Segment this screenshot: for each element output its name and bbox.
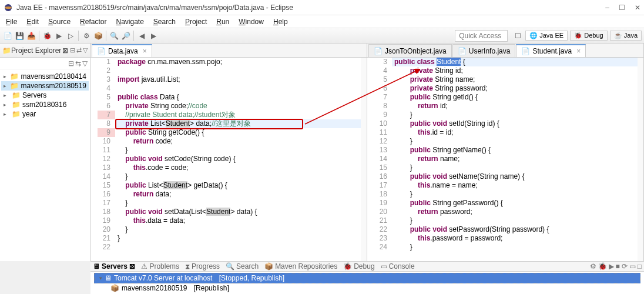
maven repositories-icon: 📦	[264, 262, 273, 270]
tab-student-java[interactable]: 📄Student.java×	[516, 44, 586, 57]
titlebar: Java EE - mavenssm20180519/src/main/java…	[0, 0, 644, 15]
project-ssm20180316[interactable]: ▸📁ssm20180316	[1, 100, 89, 109]
menu-help[interactable]: Help	[269, 16, 293, 27]
bottom-tab-search[interactable]: 🔍 Search	[226, 262, 259, 270]
nav-back-button[interactable]: ◀	[136, 31, 147, 41]
maximize-view-button[interactable]: □	[638, 262, 642, 270]
menu-project[interactable]: Project	[180, 16, 212, 27]
menu-edit[interactable]: Edit	[22, 16, 43, 27]
menu-refactor[interactable]: Refactor	[75, 16, 111, 27]
run-external-button[interactable]: ▷	[65, 31, 76, 41]
editor-right: 📄JsonToOnbject.java📄UserInfo.java📄Studen…	[367, 44, 644, 261]
open-perspective-button[interactable]: ☐	[512, 31, 523, 41]
menu-search[interactable]: Search	[149, 16, 180, 27]
servers-debug-button[interactable]: 🐞	[598, 262, 607, 270]
bottom-tab-console[interactable]: ▭ Console	[381, 262, 415, 270]
java-file-icon: 📄	[374, 47, 383, 55]
servers-start-button[interactable]: ▶	[609, 262, 614, 270]
perspective-debug[interactable]: 🐞 Debug	[570, 31, 607, 41]
server-icon: 🖥	[105, 274, 112, 282]
minimize-button[interactable]: –	[605, 4, 609, 12]
project-explorer: 📁 Project Explorer ⊠ ⊟ ⇄ ▽ ⊟ ⇆ ▽ ▸📁maven…	[0, 44, 90, 261]
main-toolbar: 📄 💾 📥 🐞 ▶ ▷ ⚙ 📦 🔍 🔎 ◀ ▶ ☐🌐 Java EE🐞 Debu…	[0, 28, 644, 44]
bottom-tab-problems[interactable]: ⚠ Problems	[141, 262, 179, 270]
tab-jsontoonbject-java[interactable]: 📄JsonToOnbject.java	[368, 44, 452, 57]
project-mavenssm20180414[interactable]: ▸📁mavenssm20180414	[1, 72, 89, 81]
collapse-all-button[interactable]: ⊟	[70, 46, 75, 54]
maximize-button[interactable]: ☐	[619, 4, 625, 12]
run-button[interactable]: ▶	[53, 31, 64, 41]
svg-point-1	[5, 6, 12, 9]
debug-icon: 🐞	[343, 262, 352, 270]
servers-publish-button[interactable]: ⟳	[622, 262, 628, 270]
problems-icon: ⚠	[141, 262, 147, 270]
minimize-view-button[interactable]: ▭	[629, 262, 636, 270]
overview-ruler[interactable]	[638, 58, 643, 261]
tab-close-button[interactable]: ×	[576, 47, 581, 55]
editor-left-code[interactable]: 1package cn.ma.maven.ssm.pojo;23import j…	[90, 58, 367, 261]
tab-data-java[interactable]: 📄Data.java×	[92, 44, 152, 57]
project-Servers[interactable]: ▸📁Servers	[1, 91, 89, 100]
menu-navigate[interactable]: Navigate	[111, 16, 148, 27]
server-module-row[interactable]: 📦 mavenssm20180519 [Republish]	[94, 283, 640, 293]
bottom-tab-maven-repositories[interactable]: 📦 Maven Repositories	[264, 262, 337, 270]
bottom-tab-debug[interactable]: 🐞 Debug	[343, 262, 374, 270]
eclipse-icon	[4, 3, 13, 12]
close-button[interactable]: ✕	[635, 4, 640, 12]
menu-window[interactable]: Window	[234, 16, 269, 27]
new-server-button[interactable]: ⚙	[81, 31, 92, 41]
filter-button[interactable]: ⊟	[68, 59, 74, 68]
link-editor-button[interactable]: ⇄	[76, 46, 82, 54]
window-title: Java EE - mavenssm20180519/src/main/java…	[16, 4, 605, 12]
server-row[interactable]: ▾ 🖥 Tomcat v7.0 Server at localhost [Sto…	[94, 273, 640, 283]
new-button[interactable]: 📄	[2, 31, 13, 41]
bottom-tab-progress[interactable]: ⧗ Progress	[185, 262, 220, 270]
focus-button[interactable]: ⇆	[75, 59, 81, 68]
servers-profile-button[interactable]: ⚙	[590, 262, 596, 270]
servers-stop-button[interactable]: ■	[616, 262, 620, 270]
nav-forward-button[interactable]: ▶	[148, 31, 159, 41]
menu-source[interactable]: Source	[43, 16, 75, 27]
view-menu-button[interactable]: ▽	[83, 46, 88, 54]
perspective-java-ee[interactable]: 🌐 Java EE	[525, 31, 568, 41]
save-all-button[interactable]: 📥	[26, 31, 36, 41]
project-explorer-header: 📁 Project Explorer ⊠ ⊟ ⇄ ▽	[0, 44, 90, 58]
java-file-icon: 📄	[521, 47, 530, 55]
editor-right-code[interactable]: 3public class Student {4 private String …	[367, 58, 643, 261]
module-icon: 📦	[110, 284, 119, 292]
menu-run[interactable]: Run	[212, 16, 234, 27]
progress-icon: ⧗	[185, 262, 190, 270]
debug-button[interactable]: 🐞	[42, 31, 52, 41]
console-icon: ▭	[381, 262, 387, 270]
search-button[interactable]: 🔎	[120, 31, 131, 41]
project-mavenssm20180519[interactable]: ▸📁mavenssm20180519	[1, 81, 89, 91]
folder-icon: 📁	[2, 46, 11, 55]
new-package-button[interactable]: 📦	[93, 31, 103, 41]
project-year[interactable]: ▸📁year	[1, 109, 89, 119]
project-tree[interactable]: ▸📁mavenssm20180414▸📁mavenssm20180519▸📁Se…	[0, 69, 90, 121]
bottom-tabs: 🖥 Servers ⊠⚠ Problems⧗ Progress🔍 Search📦…	[90, 262, 644, 272]
editor-right-tabs: 📄JsonToOnbject.java📄UserInfo.java📄Studen…	[367, 44, 643, 58]
menu-dropdown-button[interactable]: ▽	[82, 59, 88, 68]
perspective-java[interactable]: ☕ Java	[610, 31, 642, 41]
tab-userinfo-java[interactable]: 📄UserInfo.java	[452, 44, 516, 57]
search-icon: 🔍	[226, 262, 234, 270]
java-file-icon: 📄	[97, 47, 106, 55]
bottom-panel: 🖥 Servers ⊠⚠ Problems⧗ Progress🔍 Search📦…	[90, 261, 644, 294]
open-type-button[interactable]: 🔍	[109, 31, 119, 41]
servers-icon: 🖥	[93, 262, 100, 270]
editor-left-tabs: 📄Data.java×	[90, 44, 367, 58]
overview-ruler[interactable]	[361, 58, 367, 261]
quick-access-input[interactable]	[455, 30, 508, 42]
editor-left: 📄Data.java× 1package cn.ma.maven.ssm.poj…	[90, 44, 367, 261]
bottom-tab-servers[interactable]: 🖥 Servers ⊠	[93, 262, 135, 270]
java-file-icon: 📄	[458, 47, 467, 55]
tab-close-button[interactable]: ×	[143, 47, 147, 55]
save-button[interactable]: 💾	[14, 31, 25, 41]
menubar: FileEditSourceRefactorNavigateSearchProj…	[0, 15, 644, 28]
menu-file[interactable]: File	[1, 16, 22, 27]
